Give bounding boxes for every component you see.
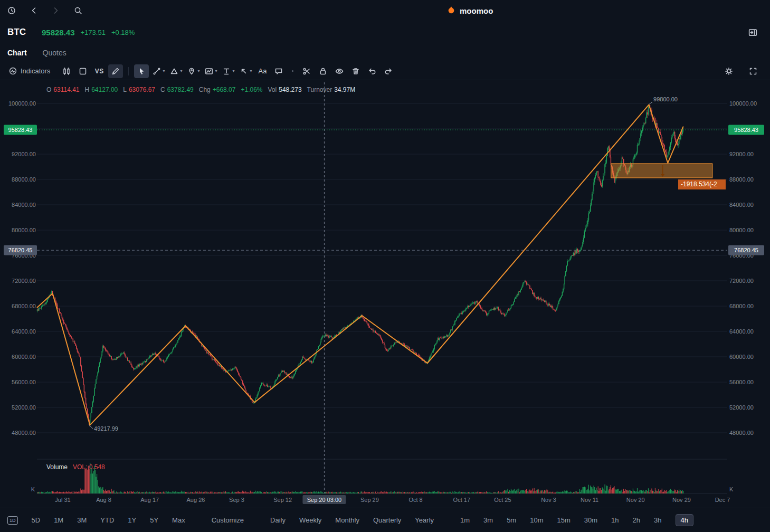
interval-5y[interactable]: 5Y xyxy=(150,516,158,524)
tab-quotes[interactable]: Quotes xyxy=(43,49,66,57)
svg-text:Nov 11: Nov 11 xyxy=(581,497,598,503)
pin-icon xyxy=(187,66,196,76)
chart-type-button[interactable] xyxy=(59,64,74,78)
scissors-tool-button[interactable] xyxy=(299,64,314,78)
svg-text:95828.43: 95828.43 xyxy=(8,127,33,133)
dot-separator xyxy=(292,70,293,72)
shape-tool-button[interactable]: ▾ xyxy=(168,64,184,78)
svg-text:56000.00: 56000.00 xyxy=(729,379,754,385)
svg-text:72000.00: 72000.00 xyxy=(12,278,36,284)
low-value: 63076.67 xyxy=(129,86,155,93)
undo-icon xyxy=(367,66,377,76)
svg-text:Aug 26: Aug 26 xyxy=(187,497,205,503)
cursor-tool-button[interactable] xyxy=(134,64,149,78)
interval-yearly[interactable]: Yearly xyxy=(415,516,434,524)
interval-30m[interactable]: 30m xyxy=(584,516,597,524)
compare-button[interactable]: VS xyxy=(92,64,107,78)
svg-text:Sep 20 03:00: Sep 20 03:00 xyxy=(307,497,341,503)
interval-bar: 1D5D1M3MYTD1Y5YMaxCustomizeDailyWeeklyMo… xyxy=(0,508,770,532)
svg-text:Oct 17: Oct 17 xyxy=(453,497,470,503)
interval-1y[interactable]: 1Y xyxy=(128,516,136,524)
candlestick-chart[interactable]: 100000.00100000.0092000.0092000.0088000.… xyxy=(0,80,770,506)
svg-text:60000.00: 60000.00 xyxy=(729,354,754,360)
volume-pane-header: Volume VOL: 0.548 xyxy=(46,463,105,471)
svg-text:100000.00: 100000.00 xyxy=(8,100,36,107)
interval-quarterly[interactable]: Quarterly xyxy=(373,516,401,524)
svg-text:92000.00: 92000.00 xyxy=(729,151,754,157)
svg-text:Dec 7: Dec 7 xyxy=(715,497,730,503)
interval-5d[interactable]: 5D xyxy=(32,516,41,524)
svg-text:76820.45: 76820.45 xyxy=(8,247,33,253)
interval-3m[interactable]: 3M xyxy=(77,516,87,524)
interval-max[interactable]: Max xyxy=(172,516,185,524)
svg-text:Oct 25: Oct 25 xyxy=(494,497,511,503)
cursor-icon xyxy=(137,66,146,76)
svg-text:Nov 3: Nov 3 xyxy=(541,497,556,503)
redo-button[interactable] xyxy=(381,64,396,78)
volume-value: VOL: 0.548 xyxy=(73,463,105,471)
svg-text:Nov 20: Nov 20 xyxy=(626,497,645,503)
interval-5m[interactable]: 5m xyxy=(507,516,516,524)
open-panel-icon xyxy=(748,27,758,37)
interval-3h[interactable]: 3h xyxy=(654,516,661,524)
caret-down-icon: ▾ xyxy=(232,69,234,73)
interval-1m[interactable]: 1m xyxy=(460,516,470,524)
moomoo-logo-icon xyxy=(446,5,457,16)
candlestick-icon xyxy=(62,66,71,76)
toolbar-divider xyxy=(128,67,129,75)
gear-icon xyxy=(724,66,734,76)
interval-ytd[interactable]: YTD xyxy=(100,516,114,524)
history-button[interactable] xyxy=(5,4,18,17)
open-value: 63114.41 xyxy=(53,86,79,93)
back-button[interactable] xyxy=(27,4,40,17)
interval-3m[interactable]: 3m xyxy=(483,516,493,524)
svg-text:84000.00: 84000.00 xyxy=(729,202,754,208)
drawing-measure-label[interactable]: -1918.534(-2 xyxy=(678,179,726,189)
interval-daily[interactable]: Daily xyxy=(270,516,286,524)
customize-button[interactable]: Customize xyxy=(212,516,244,524)
svg-text:80000.00: 80000.00 xyxy=(12,227,36,233)
delete-drawings-button[interactable] xyxy=(348,64,363,78)
svg-text:76820.45: 76820.45 xyxy=(734,247,758,253)
search-button[interactable] xyxy=(72,4,84,17)
svg-text:Jul 31: Jul 31 xyxy=(55,497,70,503)
interval-4h[interactable]: 4h xyxy=(676,514,693,526)
ticker-change-pct: +0.18% xyxy=(111,28,135,36)
interval-10m[interactable]: 10m xyxy=(530,516,543,524)
svg-text:80000.00: 80000.00 xyxy=(729,227,754,233)
square-icon xyxy=(78,66,88,76)
indicators-button[interactable]: Indicators xyxy=(6,64,52,78)
tab-chart[interactable]: Chart xyxy=(7,49,27,57)
font-size-button[interactable]: Aa xyxy=(255,64,270,78)
text-icon xyxy=(222,66,231,76)
svg-text:K: K xyxy=(31,486,35,492)
pattern-tool-button[interactable]: ▾ xyxy=(203,64,218,78)
interval-monthly[interactable]: Monthly xyxy=(335,516,359,524)
undo-button[interactable] xyxy=(365,64,379,78)
highlight-pen-button[interactable] xyxy=(108,64,123,78)
chart-settings-button[interactable] xyxy=(721,64,736,78)
forward-arrow-icon xyxy=(51,6,61,15)
fullscreen-button[interactable] xyxy=(746,64,761,78)
turnover-value: 34.97M xyxy=(334,86,355,93)
interval-1h[interactable]: 1h xyxy=(611,516,619,524)
arrow-tool-button[interactable]: ▾ xyxy=(237,64,253,78)
interval-1m[interactable]: 1M xyxy=(54,516,63,524)
lock-tool-button[interactable] xyxy=(316,64,330,78)
open-panel-button[interactable] xyxy=(747,26,758,38)
line-tool-button[interactable]: ▾ xyxy=(150,64,166,78)
comment-tool-button[interactable] xyxy=(271,64,286,78)
svg-text:68000.00: 68000.00 xyxy=(12,303,36,309)
interval-1d[interactable]: 1D xyxy=(7,516,18,525)
forward-button[interactable] xyxy=(50,4,62,17)
text-tool-button[interactable]: ▾ xyxy=(220,64,236,78)
svg-text:68000.00: 68000.00 xyxy=(729,303,754,309)
overlay-panel-button[interactable] xyxy=(75,64,90,78)
visibility-button[interactable] xyxy=(332,64,347,78)
pin-tool-button[interactable]: ▾ xyxy=(185,64,201,78)
interval-2h[interactable]: 2h xyxy=(633,516,640,524)
interval-weekly[interactable]: Weekly xyxy=(299,516,321,524)
caret-down-icon: ▾ xyxy=(215,69,217,73)
interval-15m[interactable]: 15m xyxy=(557,516,571,524)
eye-icon xyxy=(335,66,344,76)
